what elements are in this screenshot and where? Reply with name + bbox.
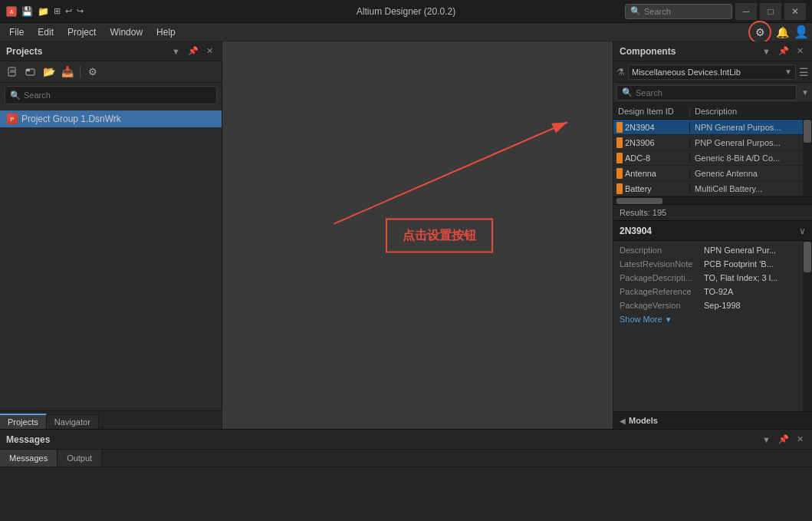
detail-row-0: Description NPN General Pur... — [613, 244, 812, 258]
main-area: Projects ▼ 📌 ✕ 📂 📥 ⚙ 🔍 — [0, 41, 812, 429]
minimize-button[interactable]: ─ — [735, 3, 757, 20]
comp-table-scrollbar[interactable] — [803, 120, 812, 196]
toolbar-save-icon[interactable]: 💾 — [21, 6, 33, 17]
models-title: Models — [629, 416, 658, 425]
detail-row-2: PackageDescripti... TO, Flat Index; 3 l.… — [613, 272, 812, 285]
detail-scrollbar[interactable] — [803, 241, 812, 411]
toolbar-sep — [80, 66, 81, 78]
bottom-panel-title: Messages — [6, 434, 50, 445]
comp-hscroll-thumb[interactable] — [616, 198, 662, 204]
comp-indicator-3 — [616, 168, 623, 179]
comp-desc-3: Generic Antenna — [690, 169, 812, 178]
tab-output[interactable]: Output — [58, 450, 102, 467]
models-header[interactable]: ◀ Models — [613, 412, 812, 429]
toolbar-save2-icon[interactable]: ⊞ — [54, 6, 61, 16]
comp-id-2: ADC-8 — [625, 153, 650, 163]
panel-dropdown-btn[interactable]: ▼ — [169, 46, 182, 57]
folder-open-button[interactable]: 📂 — [41, 64, 57, 80]
menu-edit[interactable]: Edit — [31, 25, 60, 39]
open-button[interactable] — [23, 64, 38, 80]
results-count: Results: 195 — [620, 208, 666, 217]
detail-body: Description NPN General Pur... LatestRev… — [613, 241, 812, 411]
detail-section: 2N3904 ∨ Description NPN General Pur... … — [613, 221, 812, 429]
menu-help[interactable]: Help — [150, 25, 182, 39]
comp-cell-id-2: ADC-8 — [613, 153, 690, 163]
projects-panel: Projects ▼ 📌 ✕ 📂 📥 ⚙ 🔍 — [0, 41, 222, 429]
bottom-panel-pin-btn[interactable]: 📌 — [776, 434, 791, 445]
comp-row-2n3904[interactable]: 2N3904 NPN General Purpos... — [613, 120, 812, 135]
comp-scroll-thumb[interactable] — [804, 120, 811, 143]
maximize-button[interactable]: □ — [760, 3, 781, 20]
comp-search-row: 🔍 ▼ — [613, 83, 812, 103]
title-bar-right: 🔍 Search ─ □ ✕ — [625, 3, 806, 20]
annotation-box: 点击设置按钮 — [386, 218, 493, 252]
comp-row-battery[interactable]: Battery MultiCell Battery... — [613, 181, 812, 196]
comp-panel-close-btn[interactable]: ✕ — [794, 45, 806, 57]
comp-row-antenna[interactable]: Antenna Generic Antenna — [613, 166, 812, 181]
comp-panel-pin-btn[interactable]: 📌 — [776, 45, 791, 57]
comp-search-input[interactable] — [636, 88, 791, 97]
comp-toolbar: ⚗ Miscellaneous Devices.IntLib ▼ ☰ — [613, 61, 812, 83]
user-icon[interactable]: 👤 — [794, 25, 809, 39]
notifications-icon[interactable]: 🔔 — [776, 26, 789, 38]
close-button[interactable]: ✕ — [784, 3, 806, 20]
toolbar-folder-icon[interactable]: 📁 — [38, 6, 49, 17]
comp-search-dropdown[interactable]: ▼ — [801, 88, 809, 97]
comp-search-box[interactable]: 🔍 — [616, 85, 797, 101]
tab-navigator[interactable]: Navigator — [47, 414, 99, 429]
toolbar-redo-icon[interactable]: ↪ — [77, 6, 84, 16]
comp-desc-2: Generic 8-Bit A/D Co... — [690, 153, 812, 163]
projects-search-box[interactable]: 🔍 — [5, 86, 217, 104]
detail-value-4: Sep-1998 — [704, 301, 806, 310]
menu-file[interactable]: File — [3, 25, 30, 39]
detail-scroll-thumb[interactable] — [804, 242, 811, 272]
detail-label-3: PackageReference — [620, 287, 704, 296]
comp-hscrollbar[interactable] — [613, 196, 812, 204]
library-name: Miscellaneous Devices.IntLib — [632, 68, 741, 77]
app-icon: A — [6, 6, 17, 17]
toolbar-undo-icon[interactable]: ↩ — [65, 6, 72, 16]
components-panel-controls: ▼ 📌 ✕ — [760, 45, 806, 57]
bottom-content — [0, 467, 812, 521]
comp-indicator-4 — [616, 183, 623, 194]
title-bar: A 💾 📁 ⊞ ↩ ↪ Altium Designer (20.0.2) 🔍 S… — [0, 0, 812, 23]
project-icon: P — [7, 114, 18, 124]
components-panel-title: Components — [620, 46, 676, 57]
bottom-panel-controls: ▼ 📌 ✕ — [760, 434, 806, 445]
bottom-panel-header: Messages ▼ 📌 ✕ — [0, 430, 812, 450]
new-doc-button[interactable] — [5, 64, 20, 80]
filter-icon[interactable]: ⚗ — [616, 67, 625, 77]
detail-row-3: PackageReference TO-92A — [613, 285, 812, 299]
detail-label-0: Description — [620, 246, 704, 255]
comp-panel-dropdown-btn[interactable]: ▼ — [760, 46, 773, 57]
tab-messages[interactable]: Messages — [0, 450, 58, 467]
components-panel: Components ▼ 📌 ✕ ⚗ Miscellaneous Devices… — [613, 41, 812, 429]
comp-desc-1: PNP General Purpos... — [690, 138, 812, 147]
settings-gear-button[interactable]: ⚙ — [748, 21, 771, 44]
search-icon: 🔍 — [630, 6, 641, 16]
menu-window[interactable]: Window — [104, 25, 149, 39]
menu-project[interactable]: Project — [61, 25, 102, 39]
detail-label-4: PackageVersion — [620, 301, 704, 310]
import-button[interactable]: 📥 — [60, 64, 75, 80]
panel-pin-btn[interactable]: 📌 — [186, 45, 201, 57]
detail-collapse-btn[interactable]: ∨ — [799, 226, 806, 236]
projects-search-icon: 🔍 — [10, 91, 21, 101]
projects-search-input[interactable] — [24, 91, 212, 100]
comp-row-adc8[interactable]: ADC-8 Generic 8-Bit A/D Co... — [613, 150, 812, 166]
title-search-box[interactable]: 🔍 Search — [625, 4, 732, 19]
comp-row-2n3906[interactable]: 2N3906 PNP General Purpos... — [613, 135, 812, 150]
settings-button[interactable]: ⚙ — [85, 64, 100, 80]
panel-close-btn[interactable]: ✕ — [204, 45, 215, 57]
bottom-panel-dropdown-btn[interactable]: ▼ — [760, 434, 773, 445]
comp-table-header: Design Item ID Description — [613, 103, 812, 120]
tab-projects[interactable]: Projects — [0, 414, 47, 429]
bottom-panel-close-btn[interactable]: ✕ — [794, 434, 806, 445]
library-selector[interactable]: Miscellaneous Devices.IntLib ▼ — [628, 64, 796, 80]
comp-id-3: Antenna — [625, 169, 656, 178]
comp-menu-icon[interactable]: ☰ — [799, 66, 809, 78]
show-more-button[interactable]: Show More ▼ — [613, 313, 812, 325]
tree-item-project-group[interactable]: P Project Group 1.DsnWrk — [0, 110, 222, 127]
detail-row-1: LatestRevisionNote PCB Footprint 'B... — [613, 258, 812, 272]
detail-value-1: PCB Footprint 'B... — [704, 259, 806, 269]
